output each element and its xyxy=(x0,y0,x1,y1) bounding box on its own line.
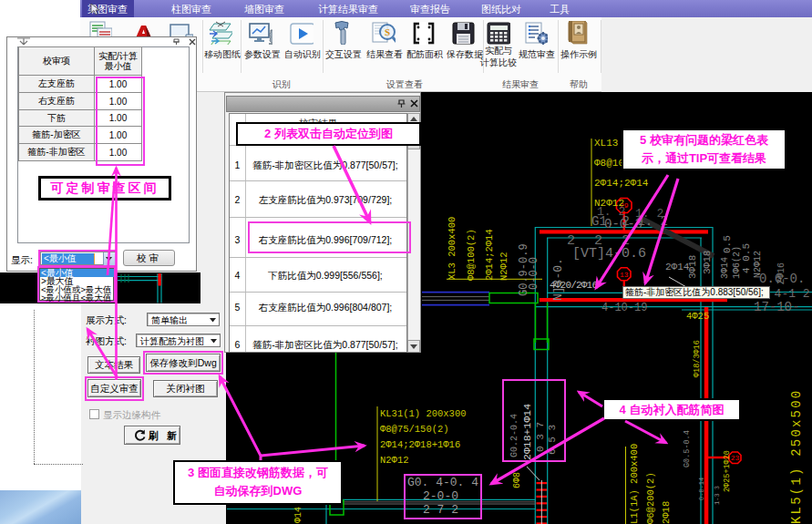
svg-text:13: 13 xyxy=(620,271,629,279)
svg-text:G0.5-0.4: G0.5-0.4 xyxy=(683,430,692,467)
svg-text:2Φ14;2Φ14: 2Φ14;2Φ14 xyxy=(484,229,495,281)
svg-text:6Φ8: 6Φ8 xyxy=(512,472,522,488)
svg-text:1-3 3: 1-3 3 xyxy=(714,486,721,505)
svg-text:2Φ14;2Φ18+1Φ16: 2Φ14;2Φ18+1Φ16 xyxy=(380,439,460,450)
svg-text:[VT]4-0.6: [VT]4-0.6 xyxy=(572,246,646,262)
svg-text:2Φ18: 2Φ18 xyxy=(661,501,672,524)
svg-text:N2Φ12: N2Φ12 xyxy=(499,252,509,281)
svg-text:L1(1A) 200x400: L1(1A) 200x400 xyxy=(629,444,640,524)
svg-text:Φ18/3Φ16: Φ18/3Φ16 xyxy=(693,340,702,377)
svg-text:4 0.5: 4 0.5 xyxy=(741,243,752,273)
svg-text:2Φ14;2Φ14: 2Φ14;2Φ14 xyxy=(594,178,649,189)
svg-text:N2Φ12: N2Φ12 xyxy=(753,251,763,278)
svg-text:23: 23 xyxy=(731,454,740,462)
svg-text:Φ6@200(2): Φ6@200(2) xyxy=(645,472,656,524)
svg-text:0-0-3: 0-0-3 xyxy=(604,217,642,231)
svg-text:Φ14: Φ14 xyxy=(293,507,303,523)
svg-text:XL3 200x400: XL3 200x400 xyxy=(447,217,457,280)
svg-text:Φ8@10: Φ8@10 xyxy=(594,158,624,169)
svg-text:N2Φ12: N2Φ12 xyxy=(380,455,409,466)
svg-text:3Φ14: 3Φ14 xyxy=(720,257,730,279)
svg-text:2Φ25+1Φ20: 2Φ25+1Φ20 xyxy=(723,450,732,492)
svg-text:4Φ25: 4Φ25 xyxy=(686,311,709,322)
svg-text:4-10-19: 4-10-19 xyxy=(601,302,647,314)
svg-text:Φ8@100(2): Φ8@100(2) xyxy=(466,229,477,281)
svg-text:2Φ14: 2Φ14 xyxy=(665,262,690,272)
svg-text:0-0-0: 0-0-0 xyxy=(528,257,540,290)
svg-text:0-0-14: 0-0-14 xyxy=(698,478,705,500)
svg-text:Φ8@75/150(2): Φ8@75/150(2) xyxy=(380,424,449,435)
svg-text:3Φ18: 3Φ18 xyxy=(687,255,698,279)
svg-text:KL31(1) 200x300: KL31(1) 200x300 xyxy=(380,408,467,419)
svg-text:KL5(1) 250x500: KL5(1) 250x500 xyxy=(789,389,804,524)
svg-text:0.5: 0.5 xyxy=(722,235,733,253)
svg-text:N]3-0.: N]3-0. xyxy=(551,258,565,301)
svg-text:17-10-: 17-10- xyxy=(754,300,799,314)
svg-text:3Φ18: 3Φ18 xyxy=(702,251,713,274)
svg-text:ZΦ16: ZΦ16 xyxy=(776,262,786,284)
